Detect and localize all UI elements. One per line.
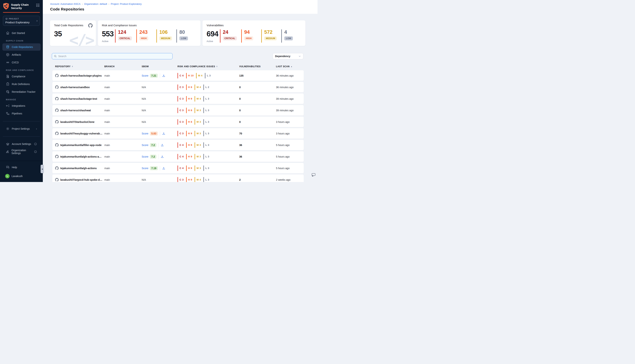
sbom-score-link[interactable]: Score <box>142 74 149 77</box>
severity-bar <box>178 108 178 113</box>
sidebar-item-help[interactable]: ? Help <box>3 164 41 171</box>
sidebar-item-label: CI/CD <box>12 61 19 64</box>
severity-bar <box>195 142 195 148</box>
column-label: BRANCH <box>104 65 115 68</box>
sidebar-item-compliance[interactable]: Compliance <box>3 73 41 80</box>
risk-chip-medium: M 3 <box>195 142 201 148</box>
repo-name[interactable]: tejakummarikuntla/gh-actions-artifacts <box>60 155 104 158</box>
module-grid-icon[interactable] <box>36 4 40 7</box>
sidebar-item-organization-settings[interactable]: Organization Settings <box>3 148 41 155</box>
repo-name[interactable]: tejakummarikuntla/filler-app-node <box>60 144 104 146</box>
sidebar-item-artifacts[interactable]: Artifacts <box>3 51 41 58</box>
dependency-filter-dropdown[interactable]: Dependency <box>273 53 303 59</box>
table-row[interactable]: tejakummarikuntla/gh-actionsmainScore7.1… <box>52 163 304 173</box>
sbom-score-link[interactable]: Score <box>142 155 149 158</box>
repo-name[interactable]: shash-harness/backstage-plugins <box>60 74 104 77</box>
last-scan-cell: 2 weeks ago <box>276 178 304 181</box>
risk-chip-low: L 2 <box>203 84 209 90</box>
info-icon[interactable] <box>34 150 37 153</box>
sidebar-item-pipelines[interactable]: Pipelines <box>3 110 41 117</box>
sbom-cell: Score7.21 <box>142 73 178 78</box>
sidebar-item-remediation-tracker[interactable]: Remediation Tracker <box>3 88 41 96</box>
sbom-score-link[interactable]: Score <box>142 167 149 170</box>
breadcrumb-separator-icon: › <box>82 3 83 5</box>
chevron-right-icon: › <box>36 127 37 130</box>
column-header-sbom: SBOM <box>142 65 178 68</box>
project-selector[interactable]: PROJECT Product Exploratory › <box>3 16 40 26</box>
column-header-repository[interactable]: REPOSITORY▲▼ <box>55 65 104 68</box>
repo-cell: shash-harness/backstage-test <box>55 97 104 100</box>
risk-cell: C 3H 8M 3L 3 <box>178 119 239 125</box>
breadcrumb-link[interactable]: Project: Product Exploratory <box>111 2 142 5</box>
sidebar-item-ci-cd[interactable]: CI/CD <box>3 59 41 66</box>
table-row[interactable]: lavakush07/argocd-hub-spoke-demomainN/AC… <box>52 174 304 182</box>
repo-name[interactable]: tejakummarikuntla/gh-actions <box>60 167 99 170</box>
download-sbom-icon[interactable] <box>161 144 164 147</box>
column-header-risk-and-compliance-issues[interactable]: RISK AND COMPLIANCE ISSUES▲▼ <box>178 65 239 68</box>
support-chat-icon[interactable] <box>311 172 316 177</box>
sidebar-collapse-handle[interactable]: ◀ <box>41 165 44 173</box>
sidebar-item-project-settings[interactable]: Project Settings › <box>3 125 41 132</box>
severity-bar <box>186 96 187 102</box>
repo-name[interactable]: lavakush07/argocd-hub-spoke-demo <box>60 178 104 181</box>
risk-cell: C 3H 9M 4L 3 <box>178 177 239 182</box>
repo-name[interactable]: shash-harness/backstage-test <box>60 97 99 100</box>
sidebar-item-code-repositories[interactable]: Code Repositories <box>3 43 41 51</box>
repo-name[interactable]: shash-harness/sandbox <box>60 86 92 89</box>
info-icon[interactable] <box>34 142 37 146</box>
table-row[interactable]: shash-harness/backstage-testmainN/AC 3H … <box>52 94 304 104</box>
vulnerabilities-cell: 36 <box>239 155 276 158</box>
download-sbom-icon[interactable] <box>162 166 165 170</box>
box-wrench-icon <box>6 90 10 94</box>
table-row[interactable]: lavakush07/easybuggy-vulnerable-app...ma… <box>52 128 304 139</box>
github-icon <box>55 108 59 112</box>
breadcrumb-link[interactable]: Account: Automation-SSCA <box>50 2 81 5</box>
download-sbom-icon[interactable] <box>162 74 165 77</box>
repo-name[interactable]: lavakush07/easybuggy-vulnerable-app... <box>60 132 104 135</box>
user-menu[interactable]: L Lavakush <box>0 172 43 180</box>
severity-bar <box>195 84 195 90</box>
sidebar-item-account-settings[interactable]: Account Settings <box>3 140 41 148</box>
download-sbom-icon[interactable] <box>162 132 165 135</box>
divider <box>158 143 159 148</box>
breadcrumb-link[interactable]: Organization: default <box>84 2 107 5</box>
vulnerabilities-cell: 0 <box>239 109 276 112</box>
risk-chip-high: H 9 <box>186 96 192 102</box>
severity-count: 106 <box>159 30 172 35</box>
risk-chip-low: L 3 <box>203 131 209 136</box>
sbom-score-link[interactable]: Score <box>142 132 149 135</box>
sidebar-item-get-started[interactable]: Get Started <box>3 30 41 37</box>
table-row[interactable]: tejakummarikuntla/gh-actions-artifactsma… <box>52 151 304 162</box>
table-row[interactable]: tejakummarikuntla/filler-app-nodemainSco… <box>52 140 304 150</box>
avatar: L <box>5 174 10 178</box>
sidebar-item-rule-definitions[interactable]: Rule Definitions <box>3 80 41 88</box>
severity-badge: HIGH <box>244 36 253 40</box>
table-row[interactable]: shash-harness/shashwatmainN/AC 3H 8M 3L … <box>52 105 304 116</box>
branch-cell: main <box>104 144 142 146</box>
severity-bar <box>186 154 187 160</box>
branch-cell: main <box>104 120 142 124</box>
risk-chip-low: L 3 <box>203 154 209 160</box>
github-icon <box>55 86 59 89</box>
sbom-score-link[interactable]: Score <box>142 144 149 146</box>
severity-bar <box>178 84 178 90</box>
table-row[interactable]: shash-harness/sandboxmainN/AC 3H 8M 4L 2… <box>52 82 304 92</box>
sidebar-item-label: Compliance <box>12 75 25 78</box>
vulns-total-value: 694 <box>207 30 220 38</box>
table-body: shash-harness/backstage-pluginsmainScore… <box>52 70 304 182</box>
table-row[interactable]: shash-harness/backstage-pluginsmainScore… <box>52 70 304 81</box>
sidebar-item-label: Integrations <box>12 104 25 107</box>
column-header-last-scan[interactable]: LAST SCAN▲ <box>276 65 304 68</box>
branch-cell: main <box>104 132 142 135</box>
sidebar-item-integrations[interactable]: Integrations <box>3 102 41 110</box>
repo-name[interactable]: shash-harness/shashwat <box>60 109 93 112</box>
search-input[interactable] <box>58 55 171 58</box>
sbom-score-value: 7.19 <box>150 166 158 170</box>
repo-name[interactable]: lavakush07/StarbucksClone <box>60 120 96 124</box>
download-sbom-icon[interactable] <box>161 155 164 158</box>
table-row[interactable]: lavakush07/StarbucksClonemainN/AC 3H 8M … <box>52 116 304 127</box>
chevron-right-icon: › <box>37 19 38 22</box>
svg-text:?: ? <box>7 166 8 168</box>
severity-bar <box>203 119 204 125</box>
sidebar-nav: Get StartedSUPPLY CHAINCode Repositories… <box>0 30 43 118</box>
